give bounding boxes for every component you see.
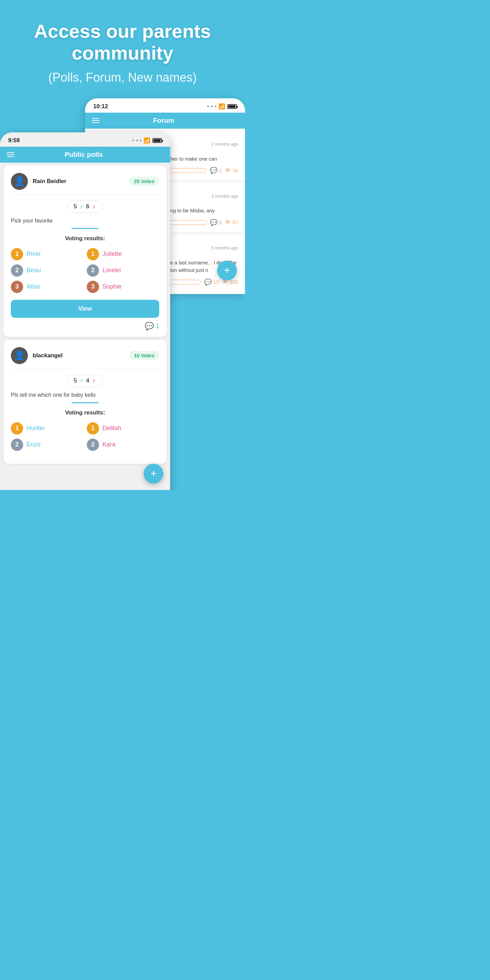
result-name-male-2: Beau [27, 267, 41, 274]
female-count-1: 6 [86, 203, 89, 210]
signal-dot-p1 [132, 140, 134, 141]
divider-1 [72, 228, 99, 229]
poll-card-2-header: 👤 blackangel 10 Votes [11, 347, 159, 369]
forum-navbar: Forum [85, 113, 245, 129]
hero-section: Access our parents community (Polls, For… [0, 0, 245, 98]
comment-icon-1: 💬 [210, 167, 218, 174]
status-bar-forum: 10:12 📶 [85, 98, 245, 113]
poll-votes-1: 25 Votes [129, 177, 159, 186]
rank-badge-f1: 1 [87, 248, 99, 260]
rank-badge-2-m2: 2 [11, 439, 23, 451]
battery-icon [227, 104, 237, 109]
results-title-2: Voting results: [11, 409, 159, 416]
status-icons-forum: 📶 [207, 103, 237, 110]
polls-content: 👤 Rain Beidler 25 Votes 5 ♂ 6 ♀ Pick you… [0, 165, 170, 490]
battery-icon-polls [153, 138, 162, 143]
result-name-male-1: River [27, 250, 41, 258]
polls-fab[interactable]: + [143, 464, 163, 484]
result-female-1-rank1: 1 Juliette [87, 248, 159, 260]
pick-text-2: Pls tell me which one for baby kells [11, 392, 159, 398]
result-female-2-rank2: 2 Kara [87, 439, 159, 451]
result-female-1-rank3: 3 Sophie [87, 281, 159, 293]
hero-title: Access our parents community [14, 21, 231, 64]
polls-nav-title: Public polls [14, 151, 163, 159]
hamburger-menu[interactable] [92, 118, 99, 123]
signal-dot-p2 [136, 140, 138, 141]
result-male-1-rank1: 1 River [11, 248, 83, 260]
rank-badge-2-f2: 2 [87, 439, 99, 451]
phones-area: 10:12 📶 Forum 👤 [0, 98, 245, 473]
forum-comments-2: 💬 5 [210, 219, 221, 226]
rank-badge-1: 1 [11, 248, 23, 260]
forum-card-time-3: 5 months ago [211, 245, 238, 250]
poll-comment-count-1: 💬 1 [145, 322, 159, 331]
result-name-male-3: Atlas [27, 283, 40, 290]
result-female-1-rank2: 2 Lorelei [87, 264, 159, 277]
wifi-icon: 📶 [218, 103, 225, 110]
rank-badge-2: 2 [11, 264, 23, 277]
result-name-female-2: Lorelei [102, 267, 121, 274]
forum-comments-1: 💬 2 [210, 167, 221, 174]
result-name2-female-1: Delilah [102, 425, 121, 432]
comment-icon-3: 💬 [204, 278, 212, 286]
rank-badge-f3: 3 [87, 281, 99, 293]
polls-navbar: Public polls [0, 147, 170, 163]
signal-dot-p3 [140, 140, 142, 141]
gender-pill-container-2: 5 ♂ 4 ♀ [11, 375, 159, 392]
rank-badge-f2: 2 [87, 264, 99, 277]
result-male-1-rank2: 2 Beau [11, 264, 83, 277]
status-time-polls: 9:59 [8, 137, 20, 144]
female-icon-2: ♀ [91, 377, 96, 385]
view-icon-1: 👁 [225, 167, 231, 174]
forum-card-time-2: 3 months ago [211, 194, 238, 199]
rank-badge-2-m1: 1 [11, 422, 23, 434]
comment-bubble-1: 💬 [145, 322, 154, 331]
poll-avatar-2: 👤 [11, 347, 28, 364]
result-name2-male-1: Hunter [27, 425, 45, 432]
poll-avatar-1: 👤 [11, 173, 28, 190]
rank-badge-2-f1: 1 [87, 422, 99, 434]
female-icon-1: ♀ [91, 203, 96, 211]
result-name-female-1: Juliette [102, 250, 122, 258]
comment-icon-2: 💬 [210, 219, 218, 226]
poll-card-1-header: 👤 Rain Beidler 25 Votes [11, 173, 159, 195]
female-count-2: 4 [86, 377, 89, 384]
hero-subtitle: (Polls, Forum, New names) [14, 70, 231, 85]
result-male-1-rank3: 3 Atlas [11, 281, 83, 293]
result-name2-male-2: Enzo [27, 441, 40, 448]
result-male-2-rank1: 1 Hunter [11, 422, 83, 434]
result-male-2-rank2: 2 Enzo [11, 439, 83, 451]
pick-text-1: Pick your favorite [11, 218, 159, 224]
wifi-icon-polls: 📶 [143, 137, 150, 143]
results-title-1: Voting results: [11, 235, 159, 242]
poll-card-1: 👤 Rain Beidler 25 Votes 5 ♂ 6 ♀ Pick you… [3, 165, 167, 337]
status-bar-polls: 9:59 📶 [0, 132, 170, 147]
poll-card-1-footer: 💬 1 [11, 322, 159, 331]
signal-dot1 [207, 105, 209, 107]
forum-card-time-1: 2 months ago [211, 142, 238, 147]
rank-badge-3: 3 [11, 281, 23, 293]
forum-fab[interactable]: + [217, 261, 237, 280]
poll-votes-2: 10 Votes [129, 351, 159, 360]
view-icon-2: 👁 [225, 219, 231, 226]
result-name2-female-2: Kara [102, 441, 115, 448]
forum-views-1: 👁 76 [225, 167, 238, 174]
comment-num-1: 1 [156, 323, 159, 330]
poll-card-2: 👤 blackangel 10 Votes 5 ♂ 4 ♀ Pls tell m… [3, 340, 167, 464]
gender-pill-2: 5 ♂ 4 ♀ [67, 375, 103, 387]
signal-dot2 [211, 105, 213, 107]
result-name-female-3: Sophie [102, 283, 121, 290]
male-icon-2: ♂ [79, 377, 84, 385]
results-grid-1: 1 River 1 Juliette 2 Beau 2 Lorelei [11, 248, 159, 293]
status-icons-polls: 📶 [132, 137, 162, 143]
poll-username-1: Rain Beidler [33, 178, 66, 185]
results-grid-2: 1 Hunter 1 Delilah 2 Enzo 2 Kara [11, 422, 159, 451]
forum-views-2: 👁 57 [225, 219, 238, 226]
hamburger-menu-polls[interactable] [7, 152, 14, 157]
forum-comments-3: 💬 13 [204, 278, 219, 286]
polls-phone: 9:59 📶 Public polls 👤 [0, 132, 170, 490]
forum-nav-title: Forum [99, 117, 238, 124]
gender-pill-1: 5 ♂ 6 ♀ [67, 200, 103, 213]
result-female-2-rank1: 1 Delilah [87, 422, 159, 434]
view-button-1[interactable]: View [11, 300, 159, 318]
